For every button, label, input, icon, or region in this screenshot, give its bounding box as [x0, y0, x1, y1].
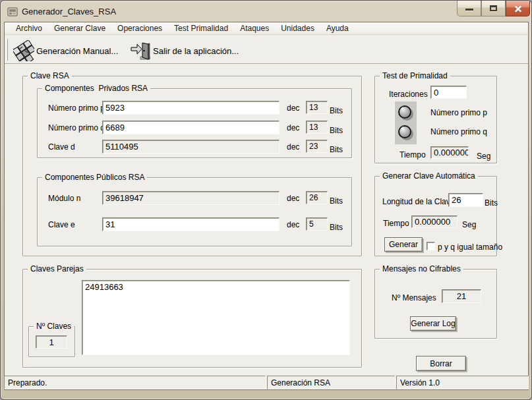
bits-label-d: Bits: [330, 145, 343, 154]
input-primo-q[interactable]: [102, 121, 280, 134]
bits-e: 5: [306, 217, 328, 231]
toolbar-separator: [5, 63, 528, 64]
borrar-button[interactable]: Borrar: [416, 356, 466, 371]
bits-label-p: Bits: [330, 106, 343, 115]
label-modulo-n: Módulo n: [48, 194, 80, 203]
n-claves-value: [36, 335, 67, 349]
close-button[interactable]: [506, 1, 530, 16]
group-publicos-title: Componentes Públicos RSA: [42, 173, 147, 182]
n-mensajes-label: Nº Mensajes: [392, 293, 436, 302]
unit-dec-e: dec: [287, 220, 299, 229]
led-q-indicator: [398, 125, 411, 138]
bits-d: 23: [306, 140, 328, 153]
group-publicos: Componentes Públicos RSA: [37, 177, 352, 246]
list-item[interactable]: 24913663: [85, 282, 347, 292]
menu-ataques[interactable]: Ataques: [234, 22, 275, 34]
longitud-input[interactable]: [448, 193, 483, 207]
group-mensajes-title: Mensajes no Cifrables: [380, 264, 463, 273]
maximize-button[interactable]: [481, 1, 506, 16]
tiempo-auto-value: [411, 215, 458, 228]
group-n-claves: Nº Claves: [28, 326, 75, 357]
led-p-indicator: [398, 105, 411, 119]
unit-dec-p: dec: [287, 103, 299, 113]
label-primo-p: Número primo p: [48, 103, 105, 113]
salir-label: Salir de la aplicación...: [153, 46, 239, 56]
tiempo-test-label: Tiempo: [399, 150, 426, 159]
statusbar-left: Preparado.: [4, 376, 266, 389]
minimize-icon: [465, 9, 473, 11]
led-q-label: Número primo q: [430, 127, 487, 136]
bits-p: 13: [306, 101, 328, 114]
menu-unidades[interactable]: Unidades: [275, 22, 320, 34]
claves-parejas-listbox[interactable]: 24913663: [82, 280, 350, 355]
tiempo-auto-unit: Seg: [462, 220, 476, 229]
longitud-label: Longitud de la Clave: [382, 197, 454, 206]
group-n-claves-title: Nº Claves: [34, 322, 74, 331]
menubar: Archivo Generar Clave Operaciones Test P…: [5, 22, 528, 35]
exit-door-icon: [130, 40, 151, 61]
group-claves-parejas-title: Claves Parejas: [28, 264, 86, 273]
bits-label-n: Bits: [330, 196, 343, 206]
app-icon: [7, 7, 18, 17]
label-primo-q: Número primo q: [48, 123, 105, 132]
tiempo-test-value: [430, 146, 469, 159]
group-test-primalidad-title: Test de Primalidad: [380, 71, 450, 80]
statusbar-right: Versión 1.0: [396, 376, 529, 389]
equal-size-checkbox-label: p y q igual tamaño: [438, 243, 502, 252]
group-generar-auto: Generar Clave Automática Longitud de la …: [374, 176, 497, 256]
caption-buttons: [457, 1, 530, 16]
generacion-manual-label: Generación Manual...: [36, 46, 118, 56]
close-icon: [514, 5, 523, 13]
menu-test-primalidad[interactable]: Test Primalidad: [168, 22, 234, 34]
toolbar-gripper[interactable]: [6, 39, 8, 61]
salir-button[interactable]: Salir de la aplicación...: [130, 39, 239, 63]
maximize-icon: [490, 5, 497, 11]
menu-generar-clave[interactable]: Generar Clave: [48, 22, 111, 34]
iteraciones-label: Iteraciones: [389, 90, 428, 99]
input-clave-e[interactable]: [102, 217, 280, 231]
n-mensajes-value: [442, 289, 481, 303]
iteraciones-input[interactable]: [430, 86, 467, 99]
menu-ayuda[interactable]: Ayuda: [320, 22, 355, 34]
keyboard-icon: [13, 40, 34, 61]
menu-operaciones[interactable]: Operaciones: [111, 22, 168, 34]
led-p-label: Número primo p: [430, 108, 487, 117]
minimize-button[interactable]: [457, 1, 481, 16]
unit-dec-q: dec: [287, 123, 299, 132]
field-clave-d: [102, 140, 280, 154]
statusbar-center: Generación RSA: [267, 376, 395, 389]
group-privados-title: Componentes Privados RSA: [42, 84, 150, 93]
window-title: Generador_Claves_RSA: [22, 7, 116, 16]
unit-dec-d: dec: [287, 142, 299, 152]
equal-size-checkbox[interactable]: [427, 242, 435, 250]
label-clave-e: Clave e: [48, 220, 75, 229]
titlebar[interactable]: Generador_Claves_RSA: [1, 1, 531, 22]
led-panel: [395, 101, 417, 144]
app-window: Generador_Claves_RSA Archivo Generar Cla…: [0, 0, 532, 400]
generar-log-button[interactable]: Generar Log: [410, 316, 456, 331]
bits-label-e: Bits: [330, 223, 343, 232]
generar-button[interactable]: Generar: [384, 237, 423, 252]
group-mensajes: Mensajes no Cifrables Nº Mensajes Genera…: [374, 269, 497, 339]
field-modulo-n: [102, 191, 280, 205]
bits-q: 13: [306, 121, 328, 134]
group-clave-rsa-title: Clave RSA: [28, 71, 72, 80]
bits-n: 26: [306, 191, 328, 204]
input-primo-p[interactable]: [102, 101, 280, 115]
group-test-primalidad: Test de Primalidad Iteraciones Número pr…: [374, 76, 497, 163]
generacion-manual-button[interactable]: Generación Manual...: [13, 39, 118, 63]
label-clave-d: Clave d: [48, 142, 75, 152]
unit-dec-n: dec: [287, 194, 299, 203]
bits-label-q: Bits: [330, 126, 343, 135]
tiempo-auto-label: Tiempo: [383, 219, 409, 228]
menu-archivo[interactable]: Archivo: [10, 22, 48, 34]
tiempo-test-unit: Seg: [477, 152, 490, 161]
longitud-unit: Bits: [485, 198, 498, 208]
group-generar-auto-title: Generar Clave Automática: [380, 171, 478, 181]
